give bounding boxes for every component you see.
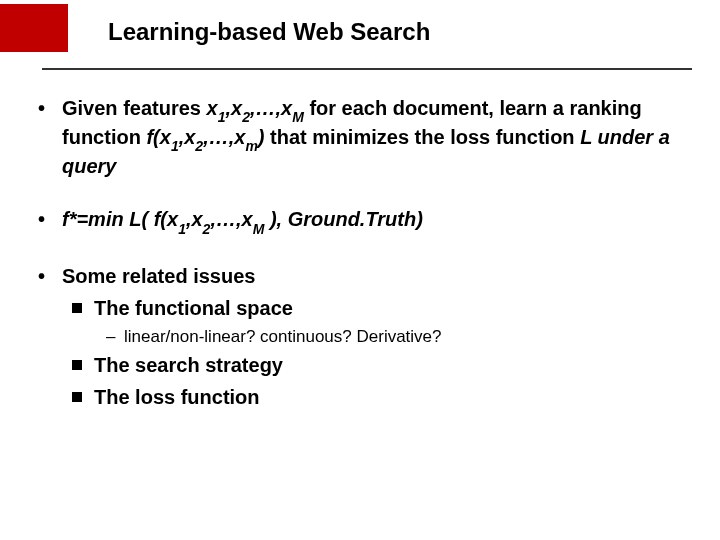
sub-M: M <box>253 221 265 237</box>
sub-M: M <box>292 109 304 125</box>
txt: linear/non-linear? continuous? Derivativ… <box>124 327 442 346</box>
txt: ,…, <box>250 97 281 119</box>
txt: The search strategy <box>94 354 283 376</box>
sub-2: 2 <box>195 138 203 154</box>
sub-2: 2 <box>242 109 250 125</box>
bullet-given-features: Given features x1,x2,…,xM for each docum… <box>36 96 684 179</box>
txt-issues: Some related issues <box>62 265 255 287</box>
var-x: x <box>281 97 292 119</box>
txt: The functional space <box>94 297 293 319</box>
sub-1: 1 <box>218 109 226 125</box>
txt: ,…,x <box>210 208 252 230</box>
sub-1: 1 <box>178 221 186 237</box>
slide-body: Given features x1,x2,…,xM for each docum… <box>36 96 684 438</box>
txt: ) <box>258 126 265 148</box>
txt: ,…,x <box>203 126 245 148</box>
txt-loss: loss function <box>450 126 574 148</box>
txt-features: features <box>123 97 201 119</box>
slide-title: Learning-based Web Search <box>108 18 430 46</box>
fn-fx: f(x <box>141 126 171 148</box>
slide: Learning-based Web Search Given features… <box>0 0 720 540</box>
title-divider <box>42 68 692 70</box>
bullet-fstar: f*=min L( f(x1,x2,…,xM ), Ground.Truth) <box>36 207 684 236</box>
sub-search-strategy: The search strategy <box>62 353 684 379</box>
fn-fstar: f*=min L( f(x <box>62 208 178 230</box>
txt: ), Ground.Truth) <box>264 208 423 230</box>
txt: ,x <box>186 208 203 230</box>
txt: The loss function <box>94 386 260 408</box>
sub-functional-space: The functional space linear/non-linear? … <box>62 296 684 347</box>
txt: ,x <box>179 126 196 148</box>
var-x: x <box>207 97 218 119</box>
sub-m: m <box>245 138 257 154</box>
bullet-related-issues: Some related issues The functional space… <box>36 264 684 410</box>
txt: that minimizes the <box>265 126 451 148</box>
sub-loss-function: The loss function <box>62 385 684 411</box>
sub-2: 2 <box>203 221 211 237</box>
txt: Given <box>62 97 123 119</box>
var-x: x <box>231 97 242 119</box>
subsub-linear-nonlinear: linear/non-linear? continuous? Derivativ… <box>94 326 684 348</box>
sub-1: 1 <box>171 138 179 154</box>
accent-bar <box>0 4 68 52</box>
